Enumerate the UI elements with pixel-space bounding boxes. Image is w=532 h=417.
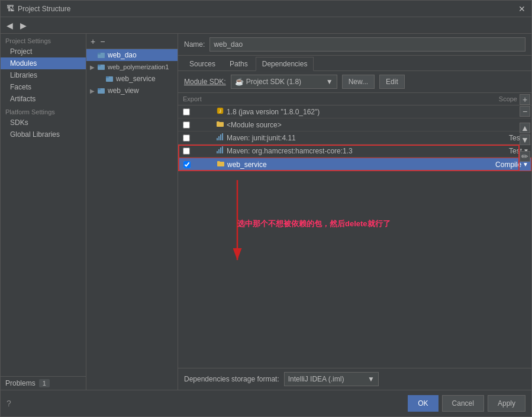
- dep-name: Maven: junit:junit:4.11: [214, 133, 484, 143]
- module-tree-toolbar: + −: [86, 34, 178, 49]
- add-module-button[interactable]: +: [89, 37, 97, 46]
- table-row[interactable]: Maven: junit:junit:4.11 Test ▼: [178, 131, 531, 145]
- svg-rect-12: [220, 134, 221, 140]
- sidebar-item-libraries[interactable]: Libraries: [1, 69, 86, 81]
- col-scope: Scope: [472, 94, 520, 104]
- name-label: Name:: [184, 40, 205, 49]
- dep-table-header: Export Scope: [178, 93, 531, 105]
- problems-badge: 1: [39, 379, 50, 387]
- problems-section[interactable]: Problems 1: [1, 376, 86, 390]
- module-item-web-dao[interactable]: web_dao: [86, 49, 178, 61]
- close-button[interactable]: ✕: [518, 5, 525, 13]
- svg-rect-11: [218, 136, 220, 140]
- svg-rect-3: [98, 65, 101, 66]
- expand-arrow: ▶: [90, 64, 97, 70]
- sdk-label: Module SDK:: [184, 78, 226, 86]
- table-row[interactable]: Maven: org.hamcrest:hamcrest-core:1.3 Te…: [178, 145, 531, 158]
- sidebar-item-facets[interactable]: Facets: [1, 81, 86, 93]
- col-name: [214, 94, 472, 104]
- sidebar-item-modules[interactable]: Modules: [1, 57, 86, 69]
- dep-name: J 1.8 (java version "1.8.0_162"): [214, 107, 484, 117]
- help-button[interactable]: ?: [7, 399, 11, 408]
- svg-rect-5: [106, 76, 109, 78]
- svg-rect-13: [222, 133, 223, 140]
- ok-button[interactable]: OK: [408, 395, 438, 412]
- sidebar-item-sdks[interactable]: SDKs: [1, 117, 86, 129]
- module-tree: + − web_dao ▶ web_polymerization1: [86, 34, 178, 390]
- table-row[interactable]: web_service Compile ▼: [178, 158, 531, 171]
- svg-rect-10: [217, 138, 218, 140]
- name-input[interactable]: [209, 37, 525, 52]
- cancel-button[interactable]: Cancel: [442, 395, 484, 412]
- sidebar-item-artifacts[interactable]: Artifacts: [1, 93, 86, 105]
- svg-rect-7: [98, 88, 101, 90]
- tab-sources[interactable]: Sources: [183, 57, 222, 71]
- sdk-dropdown-arrow: ▼: [326, 78, 333, 86]
- col-export: Export: [178, 94, 214, 104]
- dep-name: Maven: org.hamcrest:hamcrest-core:1.3: [214, 146, 484, 156]
- edit-sdk-button[interactable]: Edit: [379, 75, 405, 89]
- row-checkbox[interactable]: [183, 147, 190, 155]
- new-sdk-button[interactable]: New...: [342, 75, 375, 89]
- dependencies-panel: Module SDK: ☕ Project SDK (1.8) ▼ New...…: [178, 71, 531, 390]
- module-item-web-service[interactable]: web_service: [86, 73, 178, 85]
- row-checkbox[interactable]: [183, 121, 190, 129]
- maven-icon: [216, 146, 224, 156]
- folder-icon: [217, 159, 225, 169]
- move-down-button[interactable]: ▼: [520, 134, 530, 145]
- module-icon: [105, 75, 114, 83]
- dep-checkbox[interactable]: [178, 134, 214, 142]
- sidebar-section-platform: Platform Settings: [1, 105, 86, 117]
- storage-format-label: Dependencies storage format:: [184, 375, 279, 383]
- tab-dependencies[interactable]: Dependencies: [256, 57, 314, 71]
- expand-arrow: ▶: [90, 88, 97, 94]
- dialog: 🏗 Project Structure ✕ ◀ ▶ Project Settin…: [0, 0, 532, 417]
- jar-icon: J: [216, 107, 224, 117]
- bottom-section: Dependencies storage format: IntelliJ ID…: [178, 368, 531, 390]
- tabs-row: Sources Paths Dependencies: [178, 56, 531, 71]
- remove-module-button[interactable]: −: [98, 37, 107, 46]
- dep-checkbox[interactable]: [179, 161, 214, 168]
- dep-table-wrapper: Export Scope J: [178, 93, 531, 368]
- module-icon: [97, 86, 105, 95]
- tab-paths[interactable]: Paths: [223, 57, 254, 71]
- table-action-buttons: + − ▲ ▼ ✏: [518, 93, 531, 163]
- row-checkbox[interactable]: [183, 108, 190, 116]
- storage-format-select[interactable]: IntelliJ IDEA (.iml) ▼: [284, 372, 379, 386]
- table-row[interactable]: <Module source>: [178, 118, 531, 131]
- add-dep-button[interactable]: +: [520, 94, 530, 105]
- move-up-button[interactable]: ▲: [520, 123, 530, 133]
- module-icon: [97, 51, 105, 59]
- module-item-web-polymerization1[interactable]: ▶ web_polymerization1: [86, 61, 178, 73]
- svg-rect-1: [98, 53, 101, 54]
- annotation-area: 选中那个不想被依赖的包，然后delete就行了: [178, 171, 531, 325]
- red-border-section: Maven: org.hamcrest:hamcrest-core:1.3 Te…: [178, 145, 531, 171]
- sidebar-item-project[interactable]: Project: [1, 46, 86, 57]
- dep-checkbox[interactable]: [178, 147, 214, 155]
- nav-toolbar: ◀ ▶: [1, 17, 531, 34]
- problems-label: Problems: [5, 379, 36, 387]
- sdk-row: Module SDK: ☕ Project SDK (1.8) ▼ New...…: [178, 71, 531, 93]
- apply-button[interactable]: Apply: [488, 395, 525, 412]
- sidebar: Project Settings Project Modules Librari…: [1, 34, 86, 390]
- row-checkbox[interactable]: [183, 134, 190, 142]
- edit-dep-button[interactable]: ✏: [520, 151, 530, 162]
- row-checkbox[interactable]: [183, 161, 191, 168]
- table-row[interactable]: J 1.8 (java version "1.8.0_162"): [178, 105, 531, 118]
- sdk-select[interactable]: ☕ Project SDK (1.8) ▼: [231, 75, 337, 89]
- folder-icon: [216, 120, 224, 130]
- dep-name: web_service: [214, 159, 483, 169]
- remove-dep-button[interactable]: −: [520, 106, 530, 117]
- module-item-web-view[interactable]: ▶ web_view: [86, 85, 178, 97]
- dep-checkbox[interactable]: [178, 121, 214, 129]
- sidebar-item-global-libraries[interactable]: Global Libraries: [1, 129, 86, 140]
- back-button[interactable]: ◀: [4, 20, 15, 31]
- sidebar-section-project: Project Settings: [1, 34, 86, 46]
- forward-button[interactable]: ▶: [18, 20, 29, 31]
- dep-checkbox[interactable]: [178, 108, 214, 116]
- right-panel: Name: Sources Paths Dependencies M: [178, 34, 531, 390]
- svg-rect-14: [217, 151, 218, 153]
- maven-icon: [216, 133, 224, 143]
- title-bar: 🏗 Project Structure ✕: [1, 1, 531, 17]
- svg-text:J: J: [219, 109, 221, 113]
